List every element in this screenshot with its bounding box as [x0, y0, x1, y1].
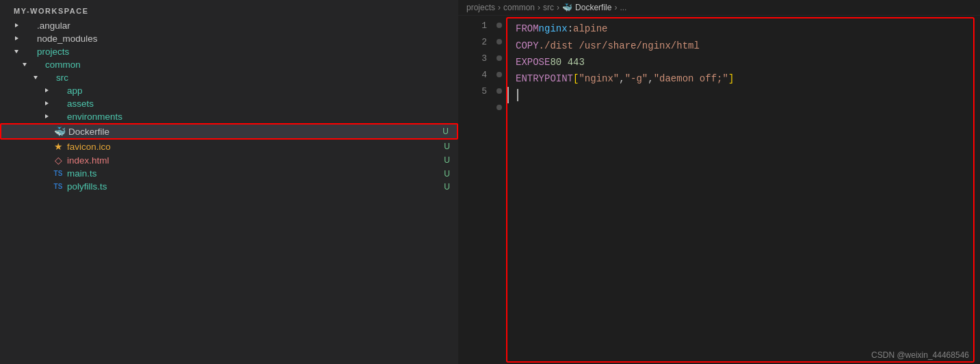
- minimap-dot-5: [496, 88, 502, 94]
- editor-content: cd 1 2 3 4 5: [458, 16, 980, 364]
- tree-item-projects[interactable]: projects: [0, 45, 458, 58]
- tree-item-favicon[interactable]: ★favicon.icoU: [0, 140, 458, 153]
- bc-dots: ...: [620, 3, 626, 12]
- git-badge: U: [444, 155, 450, 165]
- code-line-3[interactable]: EXPOSE 80 443: [507, 54, 973, 70]
- tree-item-polyfills[interactable]: TSpolyfills.tsU: [0, 180, 458, 193]
- file-icon: ◇: [52, 155, 64, 166]
- code-line-2[interactable]: COPY ./dist /usr/share/nginx/html: [507, 38, 973, 54]
- tree-item-index[interactable]: ◇index.htmlU: [0, 153, 458, 167]
- code-token: ENTRYPOINT: [516, 73, 573, 84]
- gutter-line-5: 5: [458, 83, 487, 99]
- tree-item-label: node_modules: [37, 34, 458, 44]
- tree-item-dockerfile[interactable]: 🐳DockerfileU: [0, 123, 458, 140]
- breadcrumb: projects › common › src › 🐳 Dockerfile ›…: [458, 0, 980, 16]
- tree-item-label: projects: [37, 47, 458, 57]
- tree-item-app[interactable]: app: [0, 84, 458, 97]
- line-num-2: 2: [473, 37, 487, 47]
- file-icon: TS: [52, 183, 64, 190]
- watermark: CSDN @weixin_44468546: [871, 350, 969, 360]
- chevron-icon: [11, 48, 22, 56]
- file-icon: TS: [52, 170, 64, 177]
- minimap-dot-6: [496, 105, 502, 110]
- chevron-icon: [41, 113, 52, 121]
- minimap-dot-1: [496, 23, 502, 28]
- code-token: "nginx": [579, 73, 619, 84]
- svg-marker-4: [34, 76, 38, 79]
- tree-item-label: environments: [67, 112, 458, 122]
- tree-item-common[interactable]: common: [0, 58, 458, 71]
- tree-item-label: common: [45, 60, 458, 70]
- tree-item-angular[interactable]: .angular: [0, 19, 458, 32]
- svg-marker-1: [15, 36, 18, 40]
- tree-item-assets[interactable]: assets: [0, 97, 458, 110]
- svg-marker-6: [45, 101, 49, 105]
- chevron-icon: [19, 61, 30, 69]
- chevron-icon: [41, 170, 52, 178]
- bc-sep1: ›: [498, 3, 501, 12]
- svg-marker-7: [45, 114, 49, 118]
- git-badge: U: [444, 169, 450, 179]
- code-token: "-g": [625, 73, 648, 84]
- line-num-4: 4: [473, 70, 487, 80]
- code-panel[interactable]: FROM nginx:alpineCOPY ./dist /usr/share/…: [506, 17, 975, 363]
- code-token: :: [568, 23, 573, 34]
- text-cursor: [517, 89, 518, 101]
- tree-item-label: favicon.ico: [67, 142, 444, 152]
- editor-area: projects › common › src › 🐳 Dockerfile ›…: [458, 0, 980, 364]
- bc-sep4: ›: [614, 3, 617, 12]
- minimap-gutter: [492, 16, 506, 364]
- code-token: nginx: [539, 23, 568, 34]
- bc-dockerfile: Dockerfile: [575, 3, 611, 12]
- tree-item-label: index.html: [67, 155, 444, 166]
- svg-marker-2: [14, 50, 18, 53]
- tree-item-label: main.ts: [67, 168, 444, 179]
- gutter-line-3: 3: [458, 50, 487, 66]
- sidebar: MY-WORKSPACE .angularnode_modulesproject…: [0, 0, 458, 364]
- chevron-icon: [11, 35, 22, 43]
- chevron-icon: [41, 183, 52, 191]
- bc-sep3: ›: [557, 3, 559, 12]
- code-token: ./dist /usr/share/nginx/html: [539, 40, 700, 51]
- tree-item-label: polyfills.ts: [67, 181, 444, 192]
- gutter-line-1: cd 1: [458, 17, 487, 34]
- svg-marker-5: [45, 88, 49, 92]
- bc-sep2: ›: [538, 3, 540, 12]
- chevron-icon: [30, 74, 41, 82]
- git-badge: U: [442, 127, 449, 136]
- chevron-icon: [41, 100, 52, 108]
- line-gutter: cd 1 2 3 4 5: [458, 16, 492, 364]
- code-token: ,: [648, 73, 653, 84]
- tree-item-environments[interactable]: environments: [0, 110, 458, 123]
- code-token: ,: [619, 73, 624, 84]
- code-line-1[interactable]: FROM nginx:alpine: [507, 20, 973, 38]
- tree-item-src[interactable]: src: [0, 71, 458, 84]
- chevron-icon: [42, 127, 53, 135]
- code-token: 80 443: [550, 57, 584, 68]
- svg-marker-0: [15, 23, 18, 27]
- tree-item-node_modules[interactable]: node_modules: [0, 32, 458, 45]
- file-tree: .angularnode_modulesprojectscommonsrcapp…: [0, 19, 458, 193]
- code-token: FROM: [516, 23, 539, 34]
- line-num-3: 3: [473, 53, 487, 64]
- svg-marker-3: [23, 63, 27, 66]
- git-badge: U: [444, 142, 450, 151]
- tree-item-label: app: [67, 86, 458, 96]
- git-badge: U: [444, 182, 450, 192]
- code-line-4[interactable]: ENTRYPOINT [ "nginx", "-g", "daemon off;…: [507, 70, 973, 87]
- minimap-dot-2: [496, 39, 502, 44]
- bc-common: common: [503, 3, 535, 12]
- chevron-icon: [11, 22, 22, 30]
- workspace-title: MY-WORKSPACE: [0, 0, 458, 19]
- code-line-5[interactable]: [507, 87, 973, 103]
- chevron-icon: [41, 142, 52, 151]
- tree-item-label: assets: [67, 99, 458, 109]
- chevron-icon: [41, 156, 52, 164]
- code-token: [: [573, 73, 579, 84]
- tree-item-main[interactable]: TSmain.tsU: [0, 167, 458, 180]
- line-num-5: 5: [473, 86, 487, 96]
- tree-item-label: .angular: [37, 21, 458, 31]
- gutter-line-4: 4: [458, 66, 487, 83]
- code-token: "daemon off;": [654, 73, 728, 84]
- file-icon: 🐳: [53, 126, 66, 137]
